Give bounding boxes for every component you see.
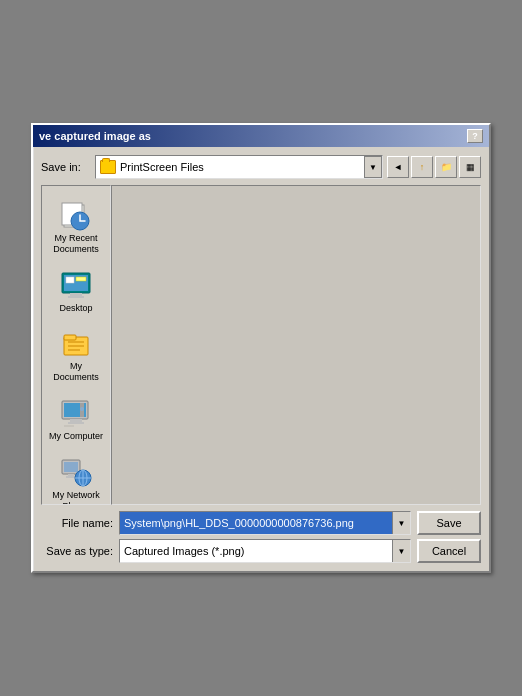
file-dropdown-chevron-icon: ▼ [398, 519, 406, 528]
sidebar-item-documents[interactable]: My Documents [44, 322, 108, 388]
svg-rect-23 [68, 474, 74, 476]
folder-dropdown-inner: PrintScreen Files [96, 156, 364, 178]
file-name-dropdown-arrow[interactable]: ▼ [392, 512, 410, 534]
sidebar-desktop-label: Desktop [59, 303, 92, 314]
save-as-dropdown-arrow[interactable]: ▼ [392, 540, 410, 562]
view-button[interactable]: ▦ [459, 156, 481, 178]
computer-icon [60, 397, 92, 429]
folder-dropdown[interactable]: PrintScreen Files ▼ [95, 155, 383, 179]
dialog-body: Save in: PrintScreen Files ▼ ◄ [33, 147, 489, 571]
save-dialog: ve captured image as ? Save in: PrintScr… [31, 123, 491, 573]
save-button[interactable]: Save [417, 511, 481, 535]
up-icon: ↑ [420, 162, 425, 172]
save-as-label: Save as type: [41, 545, 113, 557]
up-folder-button[interactable]: ↑ [411, 156, 433, 178]
title-bar: ve captured image as ? [33, 125, 489, 147]
svg-rect-12 [68, 345, 84, 347]
sidebar-item-computer[interactable]: My Computer [44, 392, 108, 447]
sidebar-documents-label: My Documents [47, 361, 105, 383]
sidebar-item-desktop[interactable]: Desktop [44, 264, 108, 319]
file-area [111, 185, 481, 505]
sidebar-recent-label: My Recent Documents [47, 233, 105, 255]
title-bar-controls: ? [467, 129, 483, 143]
dialog-title: ve captured image as [39, 130, 151, 142]
save-in-row: Save in: PrintScreen Files ▼ ◄ [41, 155, 481, 179]
nav-buttons: ◄ ↑ 📁 ▦ [387, 156, 481, 178]
file-name-row: File name: ▼ [41, 511, 411, 535]
folder-icon [100, 160, 116, 174]
folder-dropdown-arrow[interactable]: ▼ [364, 156, 382, 178]
svg-rect-7 [66, 277, 74, 283]
svg-rect-13 [68, 349, 80, 351]
sidebar-network-label: My Network Places [47, 490, 105, 505]
svg-point-19 [80, 407, 84, 411]
save-as-chevron-icon: ▼ [398, 547, 406, 556]
documents-icon [60, 327, 92, 359]
file-name-input[interactable] [120, 512, 392, 534]
help-button[interactable]: ? [467, 129, 483, 143]
view-icon: ▦ [466, 162, 475, 172]
svg-rect-20 [64, 425, 74, 427]
save-as-input[interactable] [120, 540, 392, 562]
svg-rect-10 [64, 335, 76, 340]
recent-icon [60, 199, 92, 231]
svg-rect-8 [76, 277, 86, 281]
sidebar: My Recent Documents Desktop [41, 185, 111, 505]
sidebar-item-recent[interactable]: My Recent Documents [44, 194, 108, 260]
action-buttons: Save Cancel [417, 511, 481, 563]
main-content-area: My Recent Documents Desktop [41, 185, 481, 505]
cancel-button[interactable]: Cancel [417, 539, 481, 563]
network-icon [60, 456, 92, 488]
svg-rect-22 [64, 462, 78, 472]
svg-rect-17 [68, 422, 84, 424]
new-folder-button[interactable]: 📁 [435, 156, 457, 178]
bottom-actions: File name: ▼ Save as type: ▼ [41, 511, 481, 563]
sidebar-item-network[interactable]: My Network Places [44, 451, 108, 505]
desktop-icon [60, 269, 92, 301]
new-folder-icon: 📁 [441, 162, 452, 172]
save-as-row: Save as type: ▼ [41, 539, 411, 563]
svg-rect-5 [70, 293, 82, 296]
svg-rect-11 [68, 341, 84, 343]
folder-name: PrintScreen Files [120, 161, 204, 173]
back-icon: ◄ [394, 162, 403, 172]
save-in-label: Save in: [41, 161, 89, 173]
svg-rect-6 [68, 296, 84, 298]
svg-rect-24 [66, 476, 76, 478]
fields-section: File name: ▼ Save as type: ▼ [41, 511, 411, 563]
back-button[interactable]: ◄ [387, 156, 409, 178]
dropdown-chevron-icon: ▼ [369, 163, 377, 172]
file-name-label: File name: [41, 517, 113, 529]
sidebar-computer-label: My Computer [49, 431, 103, 442]
svg-rect-16 [70, 419, 82, 422]
